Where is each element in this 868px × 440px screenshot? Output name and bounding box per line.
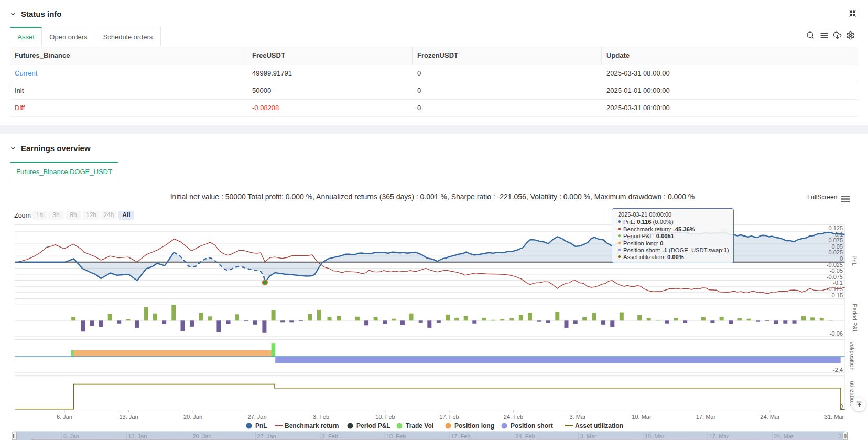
svg-text:-0.075: -0.075 [827, 274, 843, 280]
svg-text:-0.125: -0.125 [827, 286, 843, 292]
svg-text:24. Mar: 24. Mar [774, 433, 794, 439]
svg-text:Position long: Position long [454, 422, 494, 430]
svg-text:13. Jan: 13. Jan [119, 414, 138, 420]
svg-text:0: 0 [840, 255, 843, 262]
svg-text:24. Feb: 24. Feb [504, 414, 523, 420]
svg-text:27. Jan: 27. Jan [247, 414, 266, 420]
svg-text:10. Feb: 10. Feb [386, 433, 406, 439]
svg-text:17. Feb: 17. Feb [451, 433, 470, 439]
svg-text:Asset utilization: Asset utilization [575, 422, 623, 430]
svg-text:24. Mar: 24. Mar [760, 414, 780, 420]
svg-text:-0.06: -0.06 [830, 330, 843, 337]
svg-text:10. Feb: 10. Feb [375, 414, 395, 420]
svg-text:3. Mar: 3. Mar [569, 414, 586, 420]
svg-text:-0.05: -0.05 [830, 267, 843, 274]
svg-text:6. Jan: 6. Jan [57, 414, 72, 420]
svg-text:-0.1: -0.1 [833, 280, 843, 286]
svg-text:-2.4: -2.4 [833, 367, 843, 373]
svg-text:17. Feb: 17. Feb [439, 414, 459, 420]
svg-text:-0.025: -0.025 [827, 262, 843, 268]
svg-text:3. Feb: 3. Feb [313, 414, 329, 420]
svg-text:13. Jan: 13. Jan [128, 433, 147, 439]
svg-text:0.1: 0.1 [835, 231, 843, 238]
svg-text:31. Mar: 31. Mar [824, 414, 844, 420]
svg-text:27. Jan: 27. Jan [257, 433, 276, 439]
svg-text:Period P&L: Period P&L [356, 422, 390, 430]
svg-text:0.025: 0.025 [828, 249, 843, 255]
svg-text:17. Mar: 17. Mar [709, 433, 729, 439]
svg-text:10. Mar: 10. Mar [632, 414, 652, 420]
svg-text:10. Mar: 10. Mar [645, 433, 665, 439]
svg-text:0: 0 [840, 403, 843, 410]
svg-text:0.05: 0.05 [832, 243, 843, 250]
svg-text:-0.15: -0.15 [830, 292, 843, 298]
svg-text:6. Jan: 6. Jan [63, 433, 79, 439]
svg-text:3. Feb: 3. Feb [322, 433, 338, 439]
svg-text:PnL: PnL [851, 255, 858, 266]
svg-text:24. Feb: 24. Feb [515, 433, 535, 439]
svg-text:17. Mar: 17. Mar [696, 414, 716, 420]
svg-text:Position short: Position short [511, 422, 553, 430]
svg-text:0.075: 0.075 [828, 237, 843, 243]
svg-text:0.125: 0.125 [828, 225, 843, 231]
svg-text:Period P&L: Period P&L [852, 304, 858, 333]
svg-text:Benchmark return: Benchmark return [285, 422, 339, 430]
svg-text:PnL: PnL [255, 422, 267, 430]
svg-text:vol/position: vol/position [849, 341, 855, 370]
svg-text:20. Jan: 20. Jan [183, 414, 202, 420]
svg-text:Trade Vol: Trade Vol [406, 422, 433, 430]
svg-text:20. Jan: 20. Jan [192, 433, 211, 439]
svg-text:3. Mar: 3. Mar [580, 433, 597, 439]
